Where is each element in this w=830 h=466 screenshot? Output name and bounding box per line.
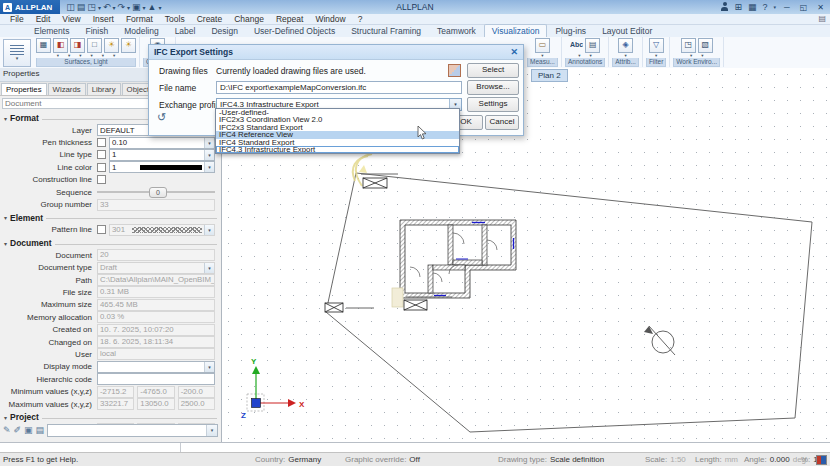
dropdown-item[interactable]: IFC4.3 Infrastructure Export <box>216 146 459 153</box>
dialog-title-bar[interactable]: IFC Export Settings ✕ <box>149 45 523 60</box>
drawing-files-icon[interactable] <box>448 64 461 77</box>
chevron-down-icon[interactable]: ▾ <box>204 162 214 172</box>
redo-icon[interactable]: ↷ <box>117 2 125 12</box>
apps-grid-icon[interactable]: ⊞ <box>734 2 742 12</box>
collapse-icon[interactable]: ▾ <box>4 414 7 421</box>
select-button[interactable]: Select <box>467 63 519 78</box>
surface-settings-icon[interactable]: ▦ <box>36 38 51 53</box>
save-icon[interactable]: ◳ <box>87 2 96 12</box>
tab-plug-ins[interactable]: Plug-ins <box>547 24 594 37</box>
menu-item-3[interactable]: Insert <box>87 14 120 24</box>
shop-icon[interactable]: ▦ <box>748 2 757 12</box>
user-icon[interactable] <box>721 7 728 11</box>
reset-icon[interactable]: ↺ <box>157 111 166 124</box>
drawing-tab-plan2[interactable]: Plan 2 <box>531 69 568 82</box>
light-icon[interactable]: ☀ <box>104 38 119 53</box>
section-header-element[interactable]: ▾Element <box>0 211 221 224</box>
light-project-icon[interactable]: ☀ <box>121 38 136 53</box>
tab-design[interactable]: Design <box>203 24 245 37</box>
construction-line-checkbox[interactable] <box>97 175 106 184</box>
dropdown-item[interactable]: -User-defined- <box>216 109 459 116</box>
filter-funnel-icon[interactable]: ▽ <box>649 38 664 53</box>
collapse-icon[interactable]: ▾ <box>4 240 7 247</box>
chevron-down-icon[interactable]: ▾ <box>774 4 777 10</box>
menu-item-2[interactable]: View <box>56 14 86 24</box>
section-header-document[interactable]: ▾Document <box>0 236 221 249</box>
minimize-button[interactable]: ─ <box>782 3 792 12</box>
floor-plan[interactable] <box>392 220 516 307</box>
dialog-line-input[interactable] <box>0 442 830 452</box>
tab-teamwork[interactable]: Teamwork <box>429 24 484 37</box>
new-window-icon[interactable]: ◫ <box>66 2 75 12</box>
ruler-icon[interactable]: ▭ <box>535 38 550 53</box>
tab-visualization[interactable]: Visualization <box>484 24 548 37</box>
restore-button[interactable]: ◱ <box>798 3 810 12</box>
close-button[interactable]: ✕ <box>815 3 826 12</box>
palette-tab-wizards[interactable]: Wizards <box>48 83 86 95</box>
menu-item-7[interactable]: Change <box>228 14 270 24</box>
tab-user-defined-objects[interactable]: User-Defined Objects <box>246 24 343 37</box>
surface-area-icon[interactable]: ◨ <box>70 38 85 53</box>
tab-structural-framing[interactable]: Structural Framing <box>343 24 429 37</box>
line-color-checkbox[interactable] <box>97 163 106 172</box>
line-type-select[interactable]: 1▾ <box>109 149 215 161</box>
hierarchic-code-field[interactable] <box>97 373 215 385</box>
transfer-parameters-icon[interactable]: ✐ <box>14 425 22 435</box>
environment-settings-icon[interactable]: ▧ <box>698 38 713 53</box>
tab-finish[interactable]: Finish <box>77 24 116 37</box>
menu-item-5[interactable]: Tools <box>159 14 191 24</box>
survey-marker[interactable] <box>363 178 387 188</box>
menu-item-6[interactable]: Create <box>191 14 229 24</box>
line-type-checkbox[interactable] <box>97 150 106 159</box>
objects-list-button[interactable]: ▾ <box>3 39 31 67</box>
undo-icon[interactable]: ↶ <box>103 2 111 12</box>
apply-properties-icon[interactable]: ▤ <box>36 425 45 435</box>
work-environment-icon[interactable]: ◳ <box>681 38 696 53</box>
collapse-icon[interactable]: ▾ <box>4 115 7 122</box>
slider-thumb[interactable]: 0 <box>149 187 167 198</box>
chevron-down-icon[interactable]: ▾ <box>204 138 214 148</box>
browse-button[interactable]: Browse... <box>467 80 519 95</box>
menu-item-4[interactable]: Format <box>120 14 159 24</box>
menu-item-8[interactable]: Repeat <box>270 14 309 24</box>
file-name-input[interactable]: D:\IFC export\exampleMapConversion.ifc <box>216 81 462 94</box>
tab-label[interactable]: Label <box>167 24 204 37</box>
dropdown-item[interactable]: IFC2x3 Coordination View 2.0 <box>216 116 459 123</box>
copy-icon[interactable]: ▣ <box>132 2 141 12</box>
abc-text-icon[interactable]: Abc <box>570 39 583 52</box>
display-mode-select[interactable]: ▾ <box>97 361 215 373</box>
open-file-icon[interactable]: ▤ <box>77 2 86 12</box>
help-icon[interactable]: ? <box>763 2 768 12</box>
surface-plain-icon[interactable]: □ <box>87 38 102 53</box>
menu-overflow-icon[interactable]: ▤ <box>818 14 826 23</box>
annotation-sheet-icon[interactable]: ▤ <box>585 38 600 53</box>
pick-up-properties-icon[interactable]: ▣ <box>24 425 33 435</box>
menu-item-1[interactable]: Edit <box>30 14 57 24</box>
menu-item-0[interactable]: File <box>4 14 30 24</box>
settings-button[interactable]: Settings <box>467 97 519 112</box>
match-parameters-icon[interactable]: ✎ <box>3 425 11 435</box>
north-arrow-symbol[interactable] <box>644 326 675 355</box>
tab-modeling[interactable]: Modeling <box>116 24 167 37</box>
survey-marker[interactable] <box>404 300 427 310</box>
dialog-close-icon[interactable]: ✕ <box>510 47 518 57</box>
cancel-button[interactable]: Cancel <box>485 115 519 130</box>
pen-thickness-select[interactable]: 0.10▾ <box>109 137 215 149</box>
chevron-down-icon[interactable]: ▾ <box>204 150 214 160</box>
surface-red-icon[interactable]: ◧ <box>53 38 68 53</box>
sequence-slider[interactable]: 0 <box>97 191 215 193</box>
tab-layout-editor[interactable]: Layout Editor <box>594 24 660 37</box>
palette-tab-properties[interactable]: Properties <box>1 83 47 95</box>
survey-marker[interactable] <box>325 303 343 312</box>
settings-icon[interactable]: ▲ <box>148 2 157 12</box>
pen-thickness-checkbox[interactable] <box>97 138 106 147</box>
menu-item-10[interactable]: ? <box>352 14 369 24</box>
palette-bottom-combobox[interactable]: ▾ <box>47 424 218 437</box>
collapse-icon[interactable]: ▾ <box>4 214 7 221</box>
line-color-select[interactable]: 1▾ <box>109 161 215 173</box>
tab-elements[interactable]: Elements <box>26 24 77 37</box>
attributes-icon[interactable]: ◈ <box>618 38 633 53</box>
palette-tab-library[interactable]: Library <box>87 83 121 95</box>
menu-item-9[interactable]: Window <box>309 14 351 24</box>
chevron-down-icon[interactable]: ▾ <box>206 425 217 436</box>
